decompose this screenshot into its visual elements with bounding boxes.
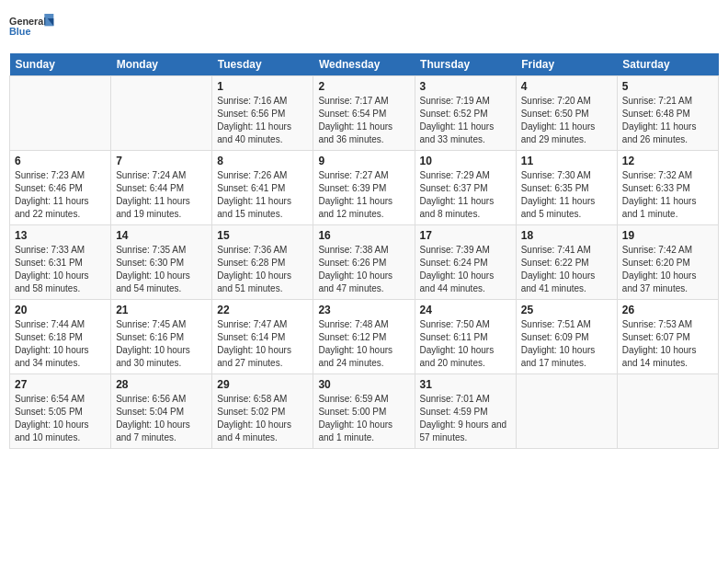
day-info: Sunrise: 7:50 AMSunset: 6:11 PMDaylight:…: [420, 318, 511, 370]
day-info: Sunrise: 7:36 AMSunset: 6:28 PMDaylight:…: [217, 244, 308, 295]
day-number: 19: [622, 229, 713, 242]
day-number: 31: [420, 378, 511, 391]
calendar-cell: 3Sunrise: 7:19 AMSunset: 6:52 PMDaylight…: [415, 76, 516, 151]
day-number: 7: [116, 155, 207, 167]
calendar-cell: 27Sunrise: 6:54 AMSunset: 5:05 PMDayligh…: [10, 374, 111, 449]
calendar-cell: [516, 374, 617, 449]
calendar-week-row: 1Sunrise: 7:16 AMSunset: 6:56 PMDaylight…: [10, 76, 719, 151]
day-info: Sunrise: 7:42 AMSunset: 6:20 PMDaylight:…: [622, 244, 713, 295]
day-info: Sunrise: 7:44 AMSunset: 6:18 PMDaylight:…: [15, 318, 106, 370]
calendar-week-row: 6Sunrise: 7:23 AMSunset: 6:46 PMDaylight…: [10, 151, 719, 225]
day-number: 4: [521, 80, 612, 93]
day-info: Sunrise: 7:51 AMSunset: 6:09 PMDaylight:…: [521, 318, 612, 370]
day-info: Sunrise: 7:30 AMSunset: 6:35 PMDaylight:…: [521, 169, 612, 221]
calendar-cell: 13Sunrise: 7:33 AMSunset: 6:31 PMDayligh…: [10, 225, 111, 300]
day-number: 13: [15, 229, 106, 242]
day-of-week-header: Thursday: [415, 53, 516, 76]
day-info: Sunrise: 7:38 AMSunset: 6:26 PMDaylight:…: [318, 244, 409, 295]
day-number: 5: [622, 80, 713, 93]
day-info: Sunrise: 7:39 AMSunset: 6:24 PMDaylight:…: [420, 244, 511, 295]
calendar-cell: 9Sunrise: 7:27 AMSunset: 6:39 PMDaylight…: [313, 151, 415, 225]
day-number: 21: [116, 304, 207, 316]
svg-text:Blue: Blue: [9, 26, 30, 37]
calendar-cell: 4Sunrise: 7:20 AMSunset: 6:50 PMDaylight…: [516, 76, 617, 151]
calendar-cell: 18Sunrise: 7:41 AMSunset: 6:22 PMDayligh…: [516, 225, 617, 300]
day-info: Sunrise: 7:21 AMSunset: 6:48 PMDaylight:…: [622, 95, 713, 146]
calendar-table: SundayMondayTuesdayWednesdayThursdayFrid…: [9, 53, 719, 449]
calendar-cell: 25Sunrise: 7:51 AMSunset: 6:09 PMDayligh…: [516, 300, 617, 374]
calendar-cell: 1Sunrise: 7:16 AMSunset: 6:56 PMDaylight…: [212, 76, 313, 151]
day-number: 25: [521, 304, 612, 316]
day-number: 8: [217, 155, 308, 167]
day-info: Sunrise: 7:16 AMSunset: 6:56 PMDaylight:…: [217, 95, 308, 146]
day-info: Sunrise: 7:45 AMSunset: 6:16 PMDaylight:…: [116, 318, 207, 370]
calendar-cell: 29Sunrise: 6:58 AMSunset: 5:02 PMDayligh…: [212, 374, 313, 449]
day-of-week-header: Tuesday: [212, 53, 313, 76]
calendar-cell: 30Sunrise: 6:59 AMSunset: 5:00 PMDayligh…: [313, 374, 415, 449]
calendar-cell: 6Sunrise: 7:23 AMSunset: 6:46 PMDaylight…: [10, 151, 111, 225]
day-info: Sunrise: 7:48 AMSunset: 6:12 PMDaylight:…: [318, 318, 409, 370]
day-number: 1: [217, 80, 308, 93]
day-of-week-header: Sunday: [10, 53, 111, 76]
calendar-cell: 22Sunrise: 7:47 AMSunset: 6:14 PMDayligh…: [212, 300, 313, 374]
day-info: Sunrise: 7:35 AMSunset: 6:30 PMDaylight:…: [116, 244, 207, 295]
header-row: SundayMondayTuesdayWednesdayThursdayFrid…: [10, 53, 719, 76]
day-number: 15: [217, 229, 308, 242]
day-info: Sunrise: 7:32 AMSunset: 6:33 PMDaylight:…: [622, 169, 713, 221]
day-info: Sunrise: 7:01 AMSunset: 4:59 PMDaylight:…: [420, 393, 511, 444]
calendar-cell: 26Sunrise: 7:53 AMSunset: 6:07 PMDayligh…: [617, 300, 718, 374]
day-number: 2: [318, 80, 409, 93]
day-info: Sunrise: 7:20 AMSunset: 6:50 PMDaylight:…: [521, 95, 612, 146]
page-header: General Blue: [9, 9, 719, 46]
day-info: Sunrise: 6:58 AMSunset: 5:02 PMDaylight:…: [217, 393, 308, 444]
day-number: 3: [420, 80, 511, 93]
calendar-cell: 28Sunrise: 6:56 AMSunset: 5:04 PMDayligh…: [111, 374, 212, 449]
calendar-cell: [10, 76, 111, 151]
calendar-cell: 16Sunrise: 7:38 AMSunset: 6:26 PMDayligh…: [313, 225, 415, 300]
calendar-week-row: 27Sunrise: 6:54 AMSunset: 5:05 PMDayligh…: [10, 374, 719, 449]
day-number: 22: [217, 304, 308, 316]
calendar-body: 1Sunrise: 7:16 AMSunset: 6:56 PMDaylight…: [10, 76, 719, 449]
day-info: Sunrise: 7:27 AMSunset: 6:39 PMDaylight:…: [318, 169, 409, 221]
calendar-cell: 17Sunrise: 7:39 AMSunset: 6:24 PMDayligh…: [415, 225, 516, 300]
calendar-week-row: 13Sunrise: 7:33 AMSunset: 6:31 PMDayligh…: [10, 225, 719, 300]
day-number: 17: [420, 229, 511, 242]
calendar-cell: [111, 76, 212, 151]
day-info: Sunrise: 7:29 AMSunset: 6:37 PMDaylight:…: [420, 169, 511, 221]
day-number: 27: [15, 378, 106, 391]
calendar-cell: 31Sunrise: 7:01 AMSunset: 4:59 PMDayligh…: [415, 374, 516, 449]
calendar-header: SundayMondayTuesdayWednesdayThursdayFrid…: [10, 53, 719, 76]
day-number: 9: [318, 155, 409, 167]
calendar-cell: 24Sunrise: 7:50 AMSunset: 6:11 PMDayligh…: [415, 300, 516, 374]
day-of-week-header: Wednesday: [313, 53, 415, 76]
day-info: Sunrise: 7:19 AMSunset: 6:52 PMDaylight:…: [420, 95, 511, 146]
calendar-cell: 14Sunrise: 7:35 AMSunset: 6:30 PMDayligh…: [111, 225, 212, 300]
day-of-week-header: Saturday: [617, 53, 718, 76]
day-info: Sunrise: 7:23 AMSunset: 6:46 PMDaylight:…: [15, 169, 106, 221]
calendar-cell: 21Sunrise: 7:45 AMSunset: 6:16 PMDayligh…: [111, 300, 212, 374]
day-number: 29: [217, 378, 308, 391]
calendar-cell: [617, 374, 718, 449]
day-of-week-header: Friday: [516, 53, 617, 76]
day-number: 14: [116, 229, 207, 242]
calendar-cell: 11Sunrise: 7:30 AMSunset: 6:35 PMDayligh…: [516, 151, 617, 225]
day-number: 24: [420, 304, 511, 316]
day-info: Sunrise: 6:59 AMSunset: 5:00 PMDaylight:…: [318, 393, 409, 444]
day-number: 6: [15, 155, 106, 167]
day-info: Sunrise: 7:53 AMSunset: 6:07 PMDaylight:…: [622, 318, 713, 370]
day-number: 12: [622, 155, 713, 167]
day-info: Sunrise: 7:17 AMSunset: 6:54 PMDaylight:…: [318, 95, 409, 146]
calendar-cell: 5Sunrise: 7:21 AMSunset: 6:48 PMDaylight…: [617, 76, 718, 151]
calendar-cell: 2Sunrise: 7:17 AMSunset: 6:54 PMDaylight…: [313, 76, 415, 151]
calendar-cell: 10Sunrise: 7:29 AMSunset: 6:37 PMDayligh…: [415, 151, 516, 225]
day-number: 26: [622, 304, 713, 316]
day-number: 11: [521, 155, 612, 167]
calendar-cell: 23Sunrise: 7:48 AMSunset: 6:12 PMDayligh…: [313, 300, 415, 374]
day-number: 18: [521, 229, 612, 242]
day-info: Sunrise: 7:24 AMSunset: 6:44 PMDaylight:…: [116, 169, 207, 221]
calendar-cell: 15Sunrise: 7:36 AMSunset: 6:28 PMDayligh…: [212, 225, 313, 300]
day-info: Sunrise: 7:26 AMSunset: 6:41 PMDaylight:…: [217, 169, 308, 221]
calendar-cell: 20Sunrise: 7:44 AMSunset: 6:18 PMDayligh…: [10, 300, 111, 374]
day-number: 16: [318, 229, 409, 242]
logo-svg: General Blue: [9, 9, 55, 46]
